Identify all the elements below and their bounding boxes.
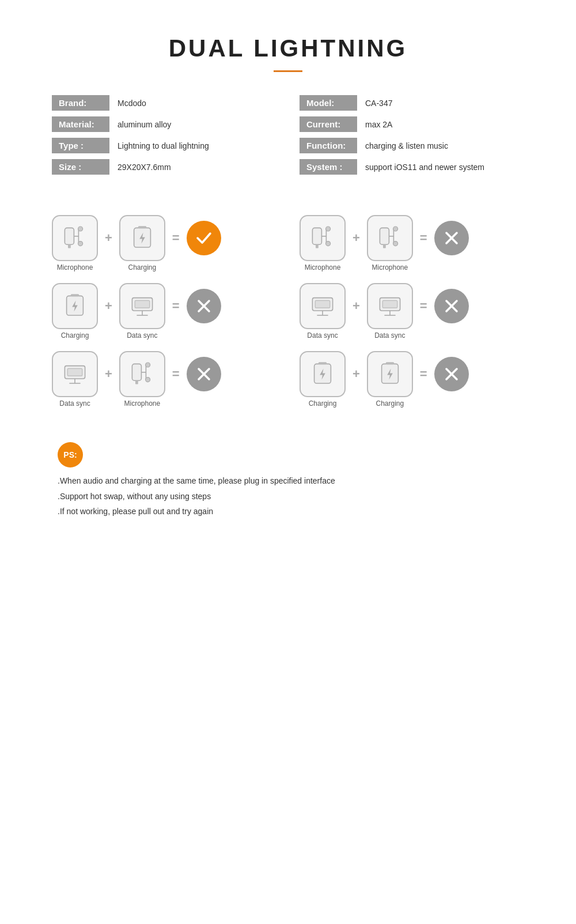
icon-with-label: Charging	[52, 283, 98, 340]
icon-label: Data sync	[59, 399, 90, 408]
compat-section: Microphone+ Charging= Charging+ Data syn…	[52, 215, 524, 408]
compat-row: Charging+ Data sync=	[52, 283, 276, 340]
compat-row: Data sync+ Data sync=	[300, 283, 524, 340]
plus-sign: +	[350, 367, 362, 392]
ps-badge: PS:	[58, 442, 83, 467]
spec-value: Lightning to dual lightning	[109, 141, 209, 150]
svg-rect-55	[319, 362, 327, 364]
icon-box	[52, 283, 98, 329]
ps-line: .Support hot swap, without any using ste…	[58, 489, 518, 504]
icon-with-label: Microphone	[119, 351, 165, 408]
result-no	[434, 221, 469, 255]
spec-row: Current:max 2A	[300, 116, 524, 132]
icon-label: Data sync	[307, 331, 338, 340]
result-wrap	[434, 289, 469, 334]
svg-rect-10	[71, 294, 79, 296]
icon-with-label: Data sync	[300, 283, 346, 340]
svg-rect-30	[312, 228, 321, 244]
spec-value: Mcdodo	[109, 99, 146, 108]
icon-box	[52, 215, 98, 261]
icon-with-label: Microphone	[52, 215, 98, 271]
spec-row: Size :29X20X7.6mm	[52, 159, 276, 175]
spec-value: CA-347	[357, 99, 392, 108]
plus-sign: +	[103, 299, 115, 324]
svg-rect-36	[380, 228, 389, 244]
icon-label: Charging	[128, 263, 157, 271]
spec-row: Function:charging & listen music	[300, 138, 524, 153]
icon-label: Microphone	[57, 263, 93, 271]
spec-value: 29X20X7.6mm	[109, 163, 171, 172]
icon-box	[119, 351, 165, 397]
icon-with-label: Data sync	[119, 283, 165, 340]
plus-sign: +	[350, 299, 362, 324]
icon-with-label: Charging	[300, 351, 346, 408]
icon-with-label: Charging	[367, 351, 413, 408]
icon-label: Data sync	[374, 331, 405, 340]
compat-row: Microphone+ Microphone=	[300, 215, 524, 271]
icon-with-label: Charging	[119, 215, 165, 271]
svg-point-39	[393, 227, 397, 231]
icon-box	[119, 215, 165, 261]
svg-point-33	[326, 227, 331, 231]
title-underline	[274, 70, 302, 72]
spec-value: aluminum alloy	[109, 120, 171, 129]
svg-point-34	[326, 242, 331, 246]
compat-row: Microphone+ Charging=	[52, 215, 276, 271]
icon-with-label: Data sync	[367, 283, 413, 340]
result-no	[434, 289, 469, 323]
result-no	[434, 357, 469, 391]
icon-with-label: Data sync	[52, 351, 98, 408]
result-wrap	[187, 289, 221, 334]
spec-value: charging & listen music	[357, 141, 448, 150]
page-title: DUAL LIGHTNING	[52, 35, 524, 62]
equals-sign: =	[170, 231, 182, 256]
icon-box	[119, 283, 165, 329]
spec-value: support iOS11 and newer system	[357, 163, 484, 172]
icon-label: Charging	[61, 331, 89, 340]
spec-label: Type :	[52, 138, 109, 153]
ps-line: .When audio and charging at the same tim…	[58, 473, 518, 489]
spec-label: Brand:	[52, 95, 109, 111]
equals-sign: =	[170, 299, 182, 324]
svg-rect-35	[316, 244, 319, 248]
icon-label: Microphone	[124, 399, 161, 408]
spec-label: Model:	[300, 95, 357, 111]
spec-row: Model:CA-347	[300, 95, 524, 111]
equals-sign: =	[418, 367, 430, 392]
svg-rect-51	[382, 300, 397, 308]
ps-line: .If not working, please pull out and try…	[58, 504, 518, 519]
icon-box	[367, 283, 413, 329]
result-wrap	[434, 357, 469, 402]
icon-box	[367, 215, 413, 261]
equals-sign: =	[418, 231, 430, 256]
ps-section: PS: .When audio and charging at the same…	[52, 442, 524, 519]
svg-rect-5	[68, 244, 71, 248]
icon-box	[52, 351, 98, 397]
spec-value: max 2A	[357, 120, 392, 129]
specs-left: Brand:McdodoMaterial:aluminum alloyType …	[52, 95, 276, 180]
spec-row: Brand:Mcdodo	[52, 95, 276, 111]
result-wrap	[187, 221, 221, 266]
svg-rect-0	[65, 228, 74, 244]
compat-row: Data sync+ Microphone=	[52, 351, 276, 408]
plus-sign: +	[103, 231, 115, 256]
plus-sign: +	[350, 231, 362, 256]
icon-box	[300, 351, 346, 397]
icon-label: Microphone	[305, 263, 341, 271]
result-wrap	[434, 221, 469, 266]
svg-point-25	[145, 363, 150, 367]
svg-rect-47	[315, 300, 330, 308]
compat-left: Microphone+ Charging= Charging+ Data syn…	[52, 215, 276, 408]
svg-rect-58	[386, 362, 394, 364]
result-no	[187, 357, 221, 391]
spec-label: System :	[300, 159, 357, 175]
svg-rect-41	[383, 244, 386, 248]
icon-with-label: Microphone	[300, 215, 346, 271]
specs-section: Brand:McdodoMaterial:aluminum alloyType …	[52, 95, 524, 180]
spec-label: Size :	[52, 159, 109, 175]
svg-rect-22	[132, 364, 141, 380]
spec-row: Type :Lightning to dual lightning	[52, 138, 276, 153]
result-ok	[187, 221, 221, 255]
svg-rect-21	[67, 368, 82, 376]
svg-rect-7	[138, 226, 146, 228]
